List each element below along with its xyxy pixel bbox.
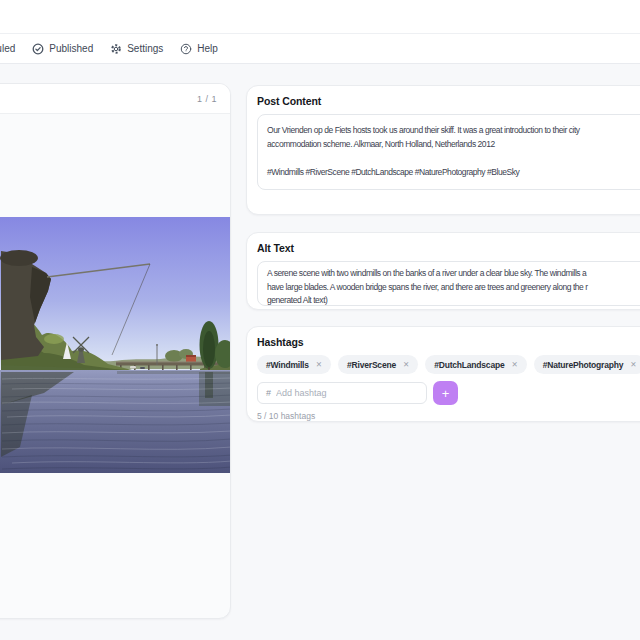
hashtag-chip[interactable]: #Windmills ✕: [257, 355, 331, 374]
alt-text-title: Alt Text: [257, 242, 640, 254]
page-indicator: 1 / 1: [197, 94, 217, 104]
add-hashtag-button[interactable]: +: [433, 381, 458, 405]
hashtag-input[interactable]: [276, 388, 418, 398]
post-photo: [0, 217, 231, 473]
nav-item-scheduled[interactable]: Scheduled: [0, 43, 15, 55]
nav-item-published[interactable]: Published: [32, 43, 93, 55]
hashtag-chip-label: #RiverScene: [347, 360, 396, 370]
remove-hashtag-icon[interactable]: ✕: [403, 361, 409, 369]
hashtags-title: Hashtags: [257, 336, 640, 348]
alt-text-textarea[interactable]: A serene scene with two windmills on the…: [257, 261, 640, 306]
main-navbar: Scheduled Published Settings Help: [0, 34, 640, 64]
hashtag-chip-label: #Windmills: [266, 360, 309, 370]
check-circle-icon: [32, 43, 44, 55]
hashtag-counter: 5 / 10 hashtags: [257, 411, 640, 421]
gear-icon: [110, 43, 122, 55]
hashtag-input-box[interactable]: #: [257, 382, 427, 404]
nav-label: Published: [49, 43, 93, 54]
alt-text-card: Alt Text A serene scene with two windmil…: [246, 232, 640, 310]
remove-hashtag-icon[interactable]: ✕: [316, 361, 322, 369]
post-content-textarea[interactable]: Our Vrienden op de Fiets hosts took us a…: [257, 114, 640, 190]
hashtag-chip[interactable]: #RiverScene ✕: [338, 355, 418, 374]
nav-label: Help: [197, 43, 218, 54]
hashtag-chip[interactable]: #DutchLandscape ✕: [425, 355, 527, 374]
post-content-title: Post Content: [257, 95, 640, 107]
media-preview-header: 1 / 1: [0, 84, 230, 114]
hashtag-chip[interactable]: #NaturePhotography ✕: [534, 355, 640, 374]
hashtag-chip-label: #NaturePhotography: [543, 360, 623, 370]
nav-item-settings[interactable]: Settings: [110, 43, 163, 55]
top-header-band: [0, 0, 640, 34]
hashtag-chip-label: #DutchLandscape: [434, 360, 504, 370]
remove-hashtag-icon[interactable]: ✕: [630, 361, 636, 369]
help-circle-icon: [180, 43, 192, 55]
hashtag-input-row: # +: [257, 381, 640, 405]
hashtags-card: Hashtags #Windmills ✕ #RiverScene ✕ #Dut…: [246, 326, 640, 422]
hash-prefix-icon: #: [266, 388, 271, 398]
nav-item-help[interactable]: Help: [180, 43, 218, 55]
nav-label: Scheduled: [0, 43, 15, 54]
hashtag-chip-list: #Windmills ✕ #RiverScene ✕ #DutchLandsca…: [257, 355, 640, 374]
media-preview-card: 1 / 1: [0, 83, 231, 619]
remove-hashtag-icon[interactable]: ✕: [511, 361, 517, 369]
post-content-card: Post Content Our Vrienden op de Fiets ho…: [246, 85, 640, 215]
nav-label: Settings: [127, 43, 163, 54]
